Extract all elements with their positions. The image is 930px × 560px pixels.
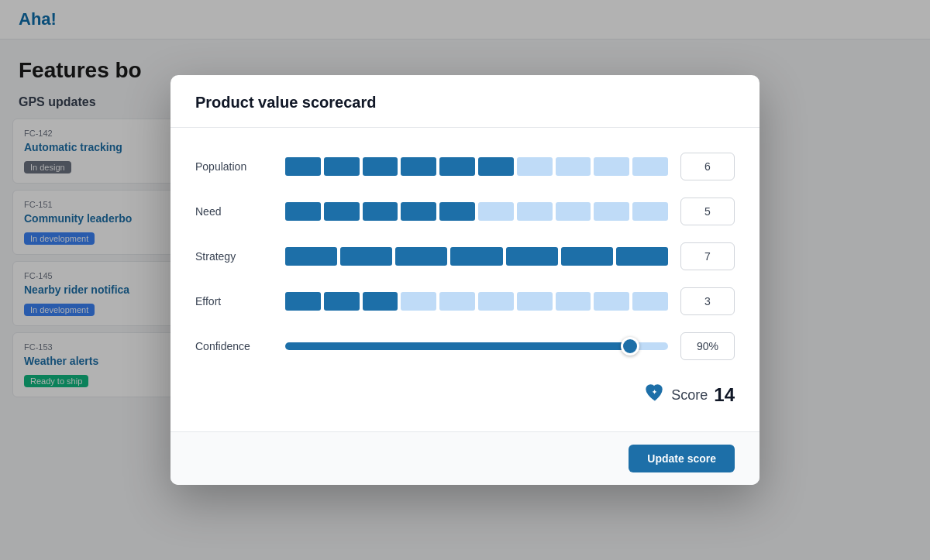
score-number: 14 [714,384,735,406]
score-bar-effort[interactable] [285,290,668,312]
seg-filled [506,247,558,266]
score-label-effort: Effort [195,295,273,307]
score-value-population[interactable]: 6 [680,153,735,180]
seg-filled [561,247,613,266]
seg-empty [556,157,591,176]
score-value-need[interactable]: 5 [680,198,735,225]
update-score-button[interactable]: Update score [629,445,735,472]
confidence-track [285,342,668,350]
seg-empty [517,202,553,221]
modal-overlay: Product value scorecard Population [0,0,930,560]
seg-filled [439,157,475,176]
score-label-need: Need [195,205,273,218]
score-value-effort[interactable]: 3 [680,287,735,315]
modal-body: Population 6 [170,128,760,431]
confidence-thumb [621,337,639,356]
seg-empty [517,292,553,311]
seg-filled [363,202,398,221]
seg-filled [324,292,360,311]
score-total: ✦ Score 14 [645,383,735,407]
seg-filled [401,157,436,176]
score-bar-need[interactable] [285,201,668,222]
score-row-effort: Effort 3 [195,287,735,315]
score-bar-strategy[interactable] [285,246,668,267]
seg-empty [632,157,668,176]
seg-empty [401,292,436,311]
seg-filled [395,247,447,266]
seg-empty [439,292,475,311]
seg-filled [285,157,321,176]
seg-filled [401,202,436,221]
seg-filled [285,202,321,221]
score-text-label: Score [671,387,708,404]
modal-footer: Update score [170,431,760,485]
seg-filled [340,247,392,266]
score-footer: ✦ Score 14 [195,377,735,413]
seg-empty [556,292,591,311]
seg-empty [632,292,668,311]
score-value-strategy[interactable]: 7 [680,242,735,270]
seg-empty [594,292,629,311]
seg-filled [324,202,360,221]
seg-filled [363,157,398,176]
score-value-confidence[interactable]: 90% [680,332,735,360]
modal-title: Product value scorecard [195,94,735,112]
score-row-strategy: Strategy 7 [195,242,735,270]
heart-icon: ✦ [645,383,665,407]
svg-text:✦: ✦ [652,389,657,396]
scorecard-modal: Product value scorecard Population [170,75,760,485]
seg-empty [594,202,629,221]
score-label-strategy: Strategy [195,250,273,263]
seg-filled [363,292,398,311]
score-bar-confidence[interactable] [285,335,668,357]
seg-filled [450,247,502,266]
seg-empty [632,202,668,221]
seg-empty [478,202,514,221]
score-row-need: Need 5 [195,198,735,225]
score-row-population: Population 6 [195,153,735,180]
seg-filled [285,247,337,266]
seg-empty [478,292,514,311]
score-label-population: Population [195,160,273,173]
seg-empty [594,157,629,176]
score-row-confidence: Confidence 90% [195,332,735,360]
modal-header: Product value scorecard [170,75,760,128]
seg-empty [556,202,591,221]
score-bar-population[interactable] [285,156,668,177]
seg-filled [478,157,514,176]
seg-empty [517,157,553,176]
seg-filled [285,292,321,311]
score-label-confidence: Confidence [195,340,273,352]
seg-filled [324,157,360,176]
seg-filled [616,247,668,266]
seg-filled [439,202,475,221]
